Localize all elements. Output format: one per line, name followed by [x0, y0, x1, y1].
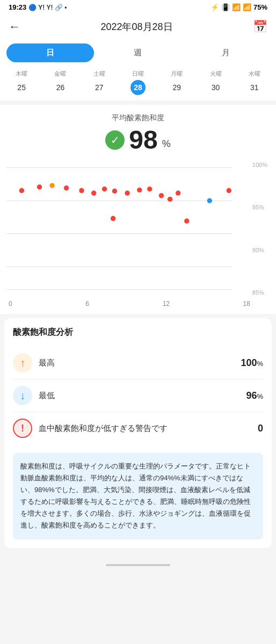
status-bar: 19:23 🔵 Y! Y! 🔗 • ⚡ 📳 📶 📶 75%: [0, 0, 276, 14]
svg-point-9: [79, 188, 84, 193]
day-col-mon[interactable]: 月曜 29: [157, 70, 196, 95]
day-num-26: 26: [53, 80, 68, 95]
day-col-thu[interactable]: 木曜 25: [2, 70, 41, 95]
x-axis-labels: 0 6 12 18: [6, 298, 270, 308]
day-name-sun: 日曜: [132, 70, 144, 78]
tab-day[interactable]: 日: [6, 43, 94, 62]
info-box: 酸素飽和度は、呼吸サイクルの重要な生理的パラメータです。正常なヒト動脈血酸素飽和…: [13, 453, 263, 539]
avg-value-row: ✓ 98 %: [6, 127, 270, 153]
tab-month[interactable]: 月: [182, 43, 270, 62]
stat-row-min: ↓ 最低 96%: [13, 379, 263, 412]
info-text: 酸素飽和度は、呼吸サイクルの重要な生理的パラメータです。正常なヒト動脈血酸素飽和…: [20, 462, 251, 529]
max-value: 100%: [241, 357, 263, 369]
time-display: 19:23: [9, 3, 26, 11]
y-label-100: 100%: [252, 162, 267, 168]
day-col-tue[interactable]: 火曜 30: [196, 70, 235, 95]
y-axis-labels: 100% 95% 90% 85%: [252, 162, 267, 296]
tab-week[interactable]: 週: [94, 43, 181, 62]
day-col-fri[interactable]: 金曜 26: [41, 70, 79, 95]
day-name-mon: 月曜: [171, 70, 183, 78]
max-icon: ↑: [13, 353, 32, 372]
bottom-bar: [106, 564, 170, 566]
avg-unit: %: [162, 138, 171, 153]
chart-title: 平均酸素飽和度: [6, 113, 270, 123]
max-label: 最高: [39, 358, 241, 368]
day-name-tue: 火曜: [210, 70, 222, 78]
stat-row-warning: ! 血中酸素飽和度が低すぎる警告です 0: [13, 412, 263, 444]
back-button[interactable]: ←: [9, 20, 20, 34]
y-label-95: 95%: [252, 204, 267, 210]
x-label-0: 0: [9, 300, 12, 308]
day-num-30: 30: [208, 80, 223, 95]
svg-point-13: [125, 191, 129, 195]
svg-point-15: [147, 186, 152, 191]
svg-point-12: [112, 188, 117, 193]
bluetooth-icon: ⚡: [210, 3, 219, 11]
wifi-icon: 📶: [232, 3, 241, 11]
svg-point-21: [207, 198, 212, 203]
avg-number: 98: [129, 127, 157, 153]
day-name-wed: 水曜: [249, 70, 260, 78]
tab-bar: 日 週 月: [0, 39, 276, 67]
status-icons: 🔵 Y! Y! 🔗 •: [28, 4, 67, 11]
battery-display: 75%: [253, 3, 267, 11]
svg-point-18: [176, 191, 180, 195]
svg-point-20: [184, 218, 189, 223]
day-num-29: 29: [169, 80, 184, 95]
day-name-sat: 土曜: [93, 70, 105, 78]
analysis-title: 酸素飽和度分析: [13, 327, 263, 338]
chart-svg: [6, 162, 250, 296]
min-label: 最低: [39, 391, 246, 401]
x-label-18: 18: [243, 300, 250, 308]
analysis-card: 酸素飽和度分析 ↑ 最高 100% ↓ 最低 96% ! 血中酸素飽和度が低すぎ…: [4, 318, 272, 548]
min-icon: ↓: [13, 386, 32, 405]
svg-point-7: [49, 183, 54, 188]
vibrate-icon: 📳: [221, 3, 230, 11]
day-col-wed[interactable]: 水曜 31: [235, 70, 274, 95]
y-label-85: 85%: [252, 289, 267, 296]
warning-value: 0: [258, 423, 263, 434]
status-time: 19:23 🔵 Y! Y! 🔗 •: [9, 3, 67, 11]
svg-point-5: [19, 188, 24, 193]
day-num-27: 27: [92, 80, 107, 95]
svg-point-17: [168, 196, 172, 201]
day-col-sat[interactable]: 土曜 27: [80, 70, 119, 95]
week-days: 木曜 25 金曜 26 土曜 27 日曜 28 月曜 29 火曜 30 水曜 3…: [0, 67, 276, 100]
day-name-fri: 金曜: [54, 70, 66, 78]
header-title: 2022年08月28日: [100, 20, 172, 33]
svg-point-14: [137, 187, 142, 192]
svg-point-22: [227, 188, 231, 193]
stat-row-max: ↑ 最高 100%: [13, 347, 263, 379]
day-num-28: 28: [130, 80, 146, 95]
header: ← 2022年08月28日 📅: [0, 14, 276, 39]
svg-point-19: [111, 216, 115, 221]
day-name-thu: 木曜: [16, 70, 27, 78]
day-num-31: 31: [247, 80, 262, 95]
x-label-6: 6: [85, 300, 89, 308]
svg-point-16: [159, 193, 164, 198]
x-label-12: 12: [163, 300, 170, 308]
svg-point-6: [37, 185, 42, 189]
signal-icon: 📶: [243, 3, 251, 11]
chart-wrapper: 100% 95% 90% 85%: [6, 162, 270, 298]
chart-section: 平均酸素飽和度 ✓ 98 % 100% 95% 90% 85%: [0, 105, 276, 314]
warning-icon: !: [13, 419, 32, 438]
svg-point-10: [91, 191, 96, 195]
min-value: 96%: [246, 390, 263, 401]
day-col-sun[interactable]: 日曜 28: [119, 70, 157, 95]
y-label-90: 90%: [252, 247, 267, 253]
warning-label: 血中酸素飽和度が低すぎる警告です: [39, 423, 258, 434]
calendar-icon[interactable]: 📅: [253, 20, 267, 34]
status-right-icons: ⚡ 📳 📶 📶 75%: [210, 3, 267, 11]
day-num-25: 25: [14, 80, 29, 95]
bottom-indicator: [0, 552, 276, 575]
svg-point-8: [64, 186, 69, 191]
svg-point-11: [102, 186, 107, 191]
avg-check-icon: ✓: [105, 130, 125, 150]
